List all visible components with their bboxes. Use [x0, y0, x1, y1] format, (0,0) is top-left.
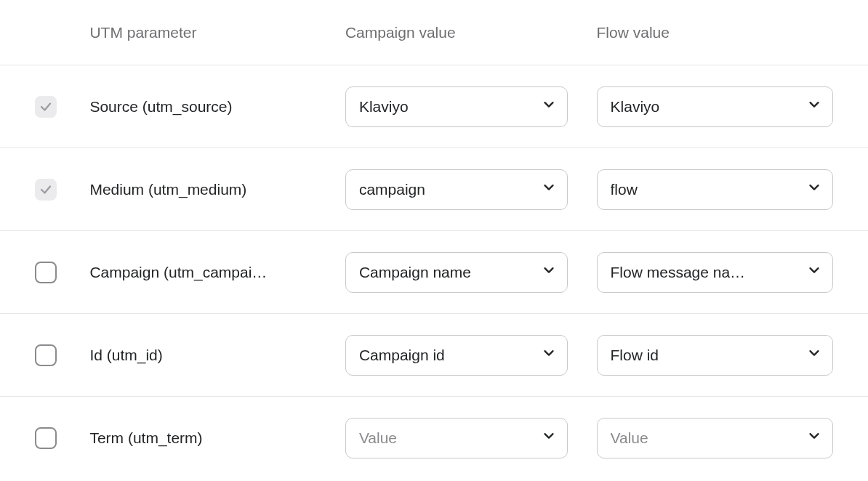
chevron-down-icon: [806, 344, 822, 365]
chevron-down-icon: [541, 262, 557, 282]
table-row: Id (utm_id) Campaign id Flow id: [0, 314, 868, 397]
chevron-down-icon: [806, 262, 822, 282]
select-text: Campaign name: [359, 262, 532, 282]
check-icon: [39, 100, 52, 113]
row-checkbox[interactable]: [35, 96, 57, 118]
table-row: Campaign (utm_campai… Campaign name Flow…: [0, 231, 868, 314]
select-text: Value: [359, 428, 532, 448]
utm-table: UTM parameter Campaign value Flow value …: [0, 0, 868, 480]
row-checkbox[interactable]: [35, 179, 57, 201]
flow-value-select[interactable]: flow: [597, 169, 833, 210]
table-row: Source (utm_source) Klaviyo Klaviyo: [0, 65, 868, 148]
select-text: Klaviyo: [359, 97, 532, 116]
chevron-down-icon: [806, 428, 822, 448]
select-text: Campaign id: [359, 345, 532, 365]
row-checkbox[interactable]: [35, 427, 57, 449]
row-checkbox[interactable]: [35, 262, 57, 283]
table-row: Medium (utm_medium) campaign flow: [0, 148, 868, 231]
header-campaign-value: Campaign value: [345, 23, 597, 42]
header-flow-value: Flow value: [597, 23, 848, 42]
check-icon: [39, 183, 52, 196]
campaign-value-select[interactable]: Klaviyo: [345, 86, 568, 127]
select-text: Flow message na…: [611, 262, 797, 282]
chevron-down-icon: [806, 179, 822, 199]
header-utm-parameter: UTM parameter: [89, 23, 345, 42]
chevron-down-icon: [541, 179, 557, 199]
row-checkbox[interactable]: [35, 344, 57, 366]
utm-param-label: Term (utm_term): [89, 428, 345, 448]
campaign-value-select[interactable]: Value: [345, 418, 568, 458]
utm-param-label: Source (utm_source): [89, 97, 345, 116]
select-text: Value: [611, 428, 797, 448]
chevron-down-icon: [541, 344, 557, 365]
utm-param-label: Campaign (utm_campai…: [89, 262, 345, 282]
flow-value-select[interactable]: Value: [597, 418, 833, 458]
chevron-down-icon: [806, 96, 822, 116]
campaign-value-select[interactable]: Campaign name: [345, 252, 568, 293]
flow-value-select[interactable]: Flow message na…: [597, 252, 833, 293]
select-text: Flow id: [611, 345, 797, 365]
select-text: campaign: [359, 179, 532, 199]
select-text: Klaviyo: [611, 97, 797, 116]
table-row: Term (utm_term) Value Value: [0, 397, 868, 480]
chevron-down-icon: [541, 96, 557, 116]
utm-param-label: Id (utm_id): [89, 345, 345, 365]
select-text: flow: [611, 179, 797, 199]
flow-value-select[interactable]: Flow id: [597, 335, 833, 376]
flow-value-select[interactable]: Klaviyo: [597, 86, 833, 127]
table-header-row: UTM parameter Campaign value Flow value: [0, 0, 868, 65]
campaign-value-select[interactable]: campaign: [345, 169, 568, 210]
campaign-value-select[interactable]: Campaign id: [345, 335, 568, 376]
chevron-down-icon: [541, 428, 557, 448]
utm-param-label: Medium (utm_medium): [89, 179, 345, 199]
